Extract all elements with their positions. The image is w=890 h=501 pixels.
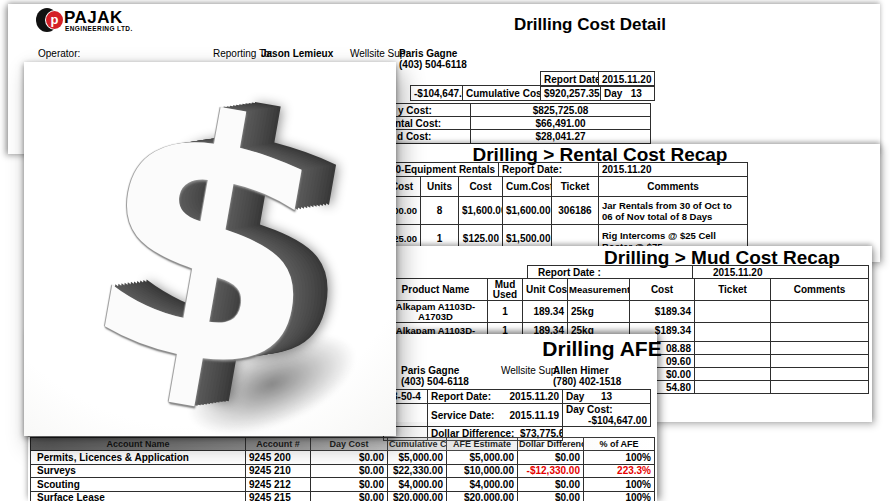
cell-cost: $189.34 bbox=[630, 301, 695, 323]
afe-service-date-cell: Service Date:2015.11.19 bbox=[428, 404, 563, 427]
col-header: Measurement bbox=[568, 279, 630, 301]
afe-report-date: 2015.11.20 bbox=[510, 391, 560, 402]
cell-cumulative: $22,330.00 bbox=[388, 464, 447, 478]
col-header: Cost bbox=[630, 279, 695, 301]
cell-comments bbox=[771, 368, 869, 381]
col-header: Mud Used bbox=[488, 279, 523, 301]
col-header: Units bbox=[421, 177, 459, 197]
cell-mud-used: 1 bbox=[488, 301, 523, 323]
cell-cost2: $1,600.00 bbox=[459, 197, 503, 225]
summary-value: $28,041.27 bbox=[471, 130, 651, 144]
afe-day-cost: -$104,647.00 bbox=[588, 415, 647, 426]
afe-report-date-cell: Report Date:2015.11.20 bbox=[428, 390, 563, 404]
col-header: Cumulative Cost bbox=[388, 438, 447, 451]
summary-value: $66,491.00 bbox=[471, 117, 651, 130]
pajak-logo-icon: p bbox=[36, 8, 60, 32]
cell-units: 8 bbox=[421, 197, 459, 225]
cell-day-cost: $0.00 bbox=[311, 491, 388, 501]
cell-comments bbox=[771, 381, 869, 394]
cell-comments: Jar Rentals from 30 of Oct to 06 of Nov … bbox=[599, 197, 748, 225]
cell-afe-estimate: $10,000.00 bbox=[447, 464, 518, 478]
cell-afe-estimate: $4,000.00 bbox=[447, 478, 518, 492]
cell-afe-estimate: $5,000.00 bbox=[447, 451, 518, 465]
afe-title: Drilling AFE bbox=[502, 337, 702, 361]
mud-report-date-label: Report Date : bbox=[528, 266, 693, 279]
cell-dollar-diff: -$12,330.00 bbox=[518, 464, 584, 478]
cell-day-cost: $0.00 bbox=[311, 464, 388, 478]
afe-row: Scouting 9245 212 $0.00 $4,000.00 $4,000… bbox=[31, 478, 655, 492]
cell-dollar-diff: $0.00 bbox=[518, 491, 584, 501]
cell-account-name: Surface Lease bbox=[31, 491, 246, 501]
day-value: 13 bbox=[631, 88, 642, 99]
rental-row: 200.00 8 $1,600.00 $1,600.00 306186 Jar … bbox=[384, 197, 748, 225]
cell-ticket bbox=[695, 368, 771, 381]
afe-row: Surface Lease 9245 215 $0.00 $20,000.00 … bbox=[31, 491, 655, 501]
reporting-to-value: Jason Lemieux bbox=[261, 48, 333, 59]
wellsite-sup-name: Paris Gagne bbox=[399, 48, 467, 59]
cell-cumcost: $1,600.00 bbox=[503, 197, 552, 225]
cell-cumulative: $20,000.00 bbox=[388, 491, 447, 501]
cell-ticket bbox=[695, 301, 771, 323]
cell-afe-estimate: $20,000.00 bbox=[447, 491, 518, 501]
afe-row: Surveys 9245 210 $0.00 $22,330.00 $10,00… bbox=[31, 464, 655, 478]
rental-group-table: 00-Equipment Rentals Report Date: 2015.1… bbox=[383, 162, 748, 177]
col-header: Ticket bbox=[552, 177, 599, 197]
dollar-sign-3d: $ bbox=[0, 25, 426, 458]
afe-report-date-label: Report Date: bbox=[431, 391, 491, 402]
afe-wellsite-phone: (780) 402-1518 bbox=[553, 376, 621, 387]
cell-ticket bbox=[695, 342, 771, 355]
cell-dollar-diff: $0.00 bbox=[518, 478, 584, 492]
cell-ticket: 306186 bbox=[552, 197, 599, 225]
afe-day-cost-label: Day Cost: bbox=[566, 404, 613, 415]
cell-ticket bbox=[695, 323, 771, 342]
cell-pct-afe: 100% bbox=[584, 491, 655, 501]
cell-pct-afe: 100% bbox=[584, 478, 655, 492]
cell-ticket bbox=[695, 381, 771, 394]
afe-contact-name: Paris Gagne bbox=[401, 365, 469, 376]
cell-day-cost: $0.00 bbox=[311, 478, 388, 492]
afe-wellsite-label: Wellsite Sup: bbox=[501, 365, 559, 376]
afe-day-cell: Day 13 bbox=[563, 390, 651, 404]
col-header: Comments bbox=[599, 177, 748, 197]
col-header: Ticket bbox=[695, 279, 771, 301]
cell-account-num: 9245 212 bbox=[246, 478, 311, 492]
cell-comments bbox=[771, 355, 869, 368]
cell-pct-afe: 100% bbox=[584, 451, 655, 465]
page-title: Drilling Cost Detail bbox=[440, 15, 740, 35]
afe-day: 13 bbox=[601, 391, 612, 402]
afe-service-date: 2015.11.19 bbox=[510, 410, 560, 421]
wellsite-sup-phone: (403) 504-6118 bbox=[399, 59, 467, 70]
col-header: % of AFE bbox=[584, 438, 655, 451]
afe-header-table: 3-50-4 Report Date:2015.11.20 Day 13 Ser… bbox=[383, 389, 651, 441]
cell-account-num: 9245 215 bbox=[246, 491, 311, 501]
col-header: AFE Estimate bbox=[447, 438, 518, 451]
cell-unit-cost: 189.34 bbox=[523, 301, 568, 323]
cell-measurement: 25kg bbox=[568, 301, 630, 323]
cell-comments bbox=[771, 323, 869, 342]
col-header: Cost bbox=[459, 177, 503, 197]
cell-account-name: Scouting bbox=[31, 478, 246, 492]
afe-service-date-label: Service Date: bbox=[431, 410, 494, 421]
day-cell: Day 13 bbox=[601, 86, 655, 101]
cell-cumulative: $4,000.00 bbox=[388, 478, 447, 492]
cell-comments bbox=[771, 301, 869, 323]
mud-report-date: 2015.11.20 bbox=[693, 266, 869, 279]
col-header: Comments bbox=[771, 279, 869, 301]
cell-product: Alkapam A1103D-A1703D bbox=[384, 301, 488, 323]
cell-cumulative: $5,000.00 bbox=[388, 451, 447, 465]
cell-dollar-diff: $0.00 bbox=[518, 451, 584, 465]
col-header: Dollar Difference bbox=[518, 438, 584, 451]
cell-account-num: 9245 210 bbox=[246, 464, 311, 478]
summary-value: $825,725.08 bbox=[471, 104, 651, 117]
rental-report-date-label: Report Date: bbox=[499, 163, 599, 177]
col-header: Cum.Cost bbox=[503, 177, 552, 197]
cumulative-cost-label: Cumulative Cost: bbox=[463, 86, 541, 101]
afe-day-cost-cell: Day Cost:-$104,647.00 bbox=[563, 404, 651, 427]
dollar-sign-photo: $ bbox=[24, 62, 396, 436]
col-header: Product Name bbox=[384, 279, 488, 301]
day-label: Day bbox=[604, 88, 622, 99]
col-header: Unit Cost bbox=[523, 279, 568, 301]
mud-row: Alkapam A1103D-A1703D 1 189.34 25kg $189… bbox=[384, 301, 869, 323]
afe-day-label: Day bbox=[566, 391, 584, 402]
cell-ticket bbox=[695, 355, 771, 368]
